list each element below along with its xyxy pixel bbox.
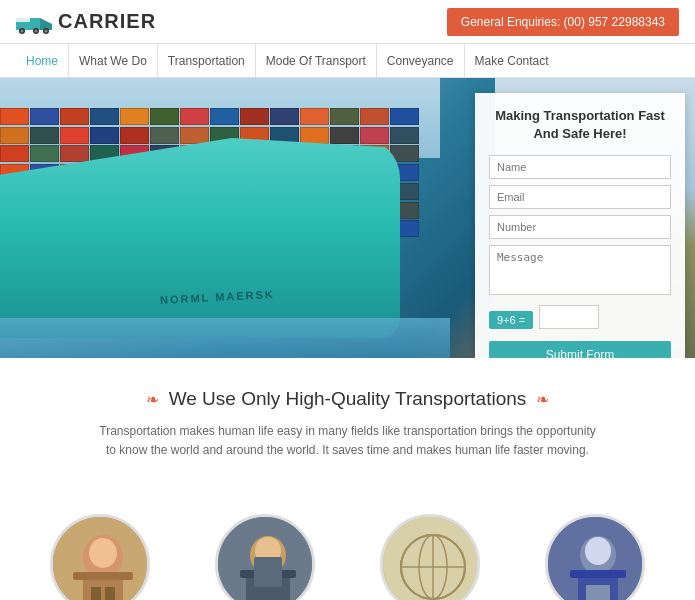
captcha-display: 9+6 =	[489, 311, 533, 329]
nav-make-contact[interactable]: Make Contact	[465, 44, 559, 78]
service-circle-door	[50, 514, 150, 600]
svg-rect-21	[254, 557, 282, 587]
nav-mode-of-transport[interactable]: Mode Of Transport	[256, 44, 377, 78]
message-input[interactable]	[489, 245, 671, 295]
left-wing-icon: ❧	[146, 390, 159, 409]
svg-rect-15	[105, 587, 115, 600]
nav-transportation[interactable]: Transportation	[158, 44, 256, 78]
service-moving-protection: Moving Protection Rest assured, protecti…	[193, 514, 338, 600]
form-title: Making Transportation Fast And Safe Here…	[489, 107, 671, 143]
svg-point-30	[585, 537, 611, 565]
svg-rect-32	[570, 570, 626, 578]
svg-point-6	[21, 29, 24, 32]
svg-point-11	[89, 538, 117, 568]
enquiry-button[interactable]: General Enquiries: (00) 957 22988343	[447, 8, 679, 36]
main-nav: Home What We Do Transportation Mode Of T…	[0, 44, 695, 78]
svg-point-8	[45, 29, 48, 32]
quality-title: ❧ We Use Only High-Quality Transportatio…	[16, 388, 679, 410]
quality-description: Transportation makes human life easy in …	[98, 422, 598, 460]
name-input[interactable]	[489, 155, 671, 179]
captcha-input[interactable]	[539, 305, 599, 329]
service-circle-travel	[380, 514, 480, 600]
logo-area: CARRIER	[16, 10, 156, 34]
contact-form: Making Transportation Fast And Safe Here…	[475, 93, 685, 358]
service-circle-moving	[215, 514, 315, 600]
svg-rect-2	[16, 14, 30, 22]
svg-rect-13	[73, 572, 133, 580]
services-row: Door To Door Delivery Bulk Material. Pac…	[0, 504, 695, 600]
number-input[interactable]	[489, 215, 671, 239]
quality-section: ❧ We Use Only High-Quality Transportatio…	[0, 358, 695, 504]
submit-button[interactable]: Submit Form	[489, 341, 671, 358]
svg-rect-14	[91, 587, 101, 600]
service-door-delivery: Door To Door Delivery Bulk Material. Pac…	[28, 514, 173, 600]
site-header: CARRIER General Enquiries: (00) 957 2298…	[0, 0, 695, 44]
ship-hull	[0, 138, 400, 338]
email-input[interactable]	[489, 185, 671, 209]
svg-rect-22	[383, 517, 480, 600]
nav-what-we-do[interactable]: What We Do	[69, 44, 158, 78]
svg-point-7	[35, 29, 38, 32]
service-circle-box	[545, 514, 645, 600]
service-box-delivery: Moving Box Delivery Offers a full array …	[523, 514, 668, 600]
svg-rect-33	[586, 585, 610, 600]
water	[0, 318, 450, 358]
truck-icon	[16, 10, 52, 34]
service-travel-safely: Travel Safely To help ensure your safety…	[358, 514, 503, 600]
captcha-row: 9+6 =	[489, 305, 671, 335]
hero-section: NORML MAERSK Making Transportation Fast …	[0, 78, 695, 358]
logo-text: CARRIER	[58, 10, 156, 33]
nav-conveyance[interactable]: Conveyance	[377, 44, 465, 78]
quality-title-text: We Use Only High-Quality Transportations	[169, 388, 527, 410]
right-wing-icon: ❧	[536, 390, 549, 409]
nav-home[interactable]: Home	[16, 44, 69, 78]
